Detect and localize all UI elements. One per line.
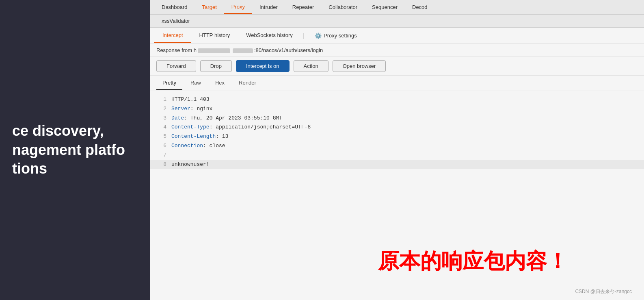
code-line-1: 1HTTP/1.1 403 bbox=[150, 95, 644, 104]
line-number-3: 3 bbox=[156, 114, 166, 123]
line-content-3: Date: Thu, 20 Apr 2023 03:55:10 GMT bbox=[171, 114, 282, 123]
line-content-1: HTTP/1.1 403 bbox=[171, 96, 210, 104]
code-line-3: 3Date: Thu, 20 Apr 2023 03:55:10 GMT bbox=[150, 114, 644, 123]
overlay-text: 原本的响应包内容！ bbox=[378, 247, 568, 276]
code-line-8: 8unknownuser! bbox=[150, 160, 644, 170]
content-tab-render[interactable]: Render bbox=[233, 76, 262, 90]
content-tabs: Pretty Raw Hex Render bbox=[150, 76, 644, 91]
left-line-2: nagement platfo bbox=[12, 141, 138, 160]
intercept-button[interactable]: Intercept is on bbox=[236, 60, 290, 72]
code-area[interactable]: 1HTTP/1.1 4032Server: nginx3Date: Thu, 2… bbox=[150, 91, 644, 300]
line-number-4: 4 bbox=[156, 123, 166, 132]
response-prefix: Response from h bbox=[156, 47, 197, 53]
code-line-6: 6Connection: close bbox=[150, 141, 644, 151]
left-line-1: ce discovery, bbox=[12, 122, 138, 141]
nav-collaborator[interactable]: Collaborator bbox=[321, 1, 365, 13]
nav-proxy[interactable]: Proxy bbox=[224, 0, 252, 14]
left-line-3: tions bbox=[12, 159, 138, 178]
sub-tabs: Intercept HTTP history WebSockets histor… bbox=[150, 28, 644, 44]
line-content-5: Content-Length: 13 bbox=[171, 133, 228, 141]
nav-decoder[interactable]: Decod bbox=[405, 1, 435, 13]
proxy-settings-label: Proxy settings bbox=[324, 33, 357, 39]
line-number-7: 7 bbox=[156, 151, 166, 160]
code-line-5: 5Content-Length: 13 bbox=[150, 132, 644, 141]
url-redacted-2 bbox=[233, 48, 253, 53]
tab-http-history[interactable]: HTTP history bbox=[191, 28, 238, 43]
top-nav: Dashboard Target Proxy Intruder Repeater… bbox=[150, 0, 644, 15]
csdn-watermark: CSDN @归去来兮-zangcc bbox=[575, 288, 632, 295]
open-browser-button[interactable]: Open browser bbox=[333, 60, 386, 72]
action-bar: Forward Drop Intercept is on Action Open… bbox=[150, 57, 644, 76]
gear-icon: ⚙️ bbox=[315, 33, 322, 39]
tab-websockets-history[interactable]: WebSockets history bbox=[238, 28, 301, 43]
line-number-6: 6 bbox=[156, 142, 166, 150]
tab-divider: | bbox=[303, 32, 305, 39]
line-content-4: Content-Type: application/json;charset=U… bbox=[171, 123, 311, 132]
code-line-7: 7 bbox=[150, 151, 644, 160]
nav-dashboard[interactable]: Dashboard bbox=[154, 1, 195, 13]
line-content-6: Connection: close bbox=[171, 142, 225, 150]
nav-repeater[interactable]: Repeater bbox=[285, 1, 321, 13]
line-number-1: 1 bbox=[156, 96, 166, 104]
right-panel: Dashboard Target Proxy Intruder Repeater… bbox=[150, 0, 644, 300]
content-tab-raw[interactable]: Raw bbox=[184, 76, 207, 90]
tab-proxy-settings[interactable]: ⚙️ Proxy settings bbox=[307, 28, 365, 43]
response-suffix: :80/nacos/v1/auth/users/login bbox=[254, 47, 323, 53]
tab-intercept[interactable]: Intercept bbox=[154, 28, 191, 43]
top-nav-row2: xssValidator bbox=[150, 15, 644, 28]
drop-button[interactable]: Drop bbox=[200, 60, 232, 72]
main-content: Response from h:80/nacos/v1/auth/users/l… bbox=[150, 44, 644, 300]
content-tab-pretty[interactable]: Pretty bbox=[156, 76, 182, 90]
response-bar: Response from h:80/nacos/v1/auth/users/l… bbox=[150, 44, 644, 57]
nav-target[interactable]: Target bbox=[195, 1, 224, 13]
content-tab-hex[interactable]: Hex bbox=[209, 76, 231, 90]
forward-button[interactable]: Forward bbox=[156, 60, 196, 72]
left-panel: ce discovery, nagement platfo tions bbox=[0, 0, 150, 300]
nav-intruder[interactable]: Intruder bbox=[252, 1, 285, 13]
action-button[interactable]: Action bbox=[294, 60, 328, 72]
left-panel-text: ce discovery, nagement platfo tions bbox=[12, 122, 138, 178]
line-number-8: 8 bbox=[156, 161, 166, 169]
nav-xssvalidator[interactable]: xssValidator bbox=[154, 15, 197, 27]
line-content-2: Server: nginx bbox=[171, 105, 212, 113]
nav-sequencer[interactable]: Sequencer bbox=[365, 1, 405, 13]
code-line-2: 2Server: nginx bbox=[150, 104, 644, 114]
code-line-4: 4Content-Type: application/json;charset=… bbox=[150, 123, 644, 132]
line-content-8: unknownuser! bbox=[171, 161, 210, 169]
url-redacted-1 bbox=[198, 48, 230, 53]
line-number-5: 5 bbox=[156, 133, 166, 141]
line-number-2: 2 bbox=[156, 105, 166, 113]
